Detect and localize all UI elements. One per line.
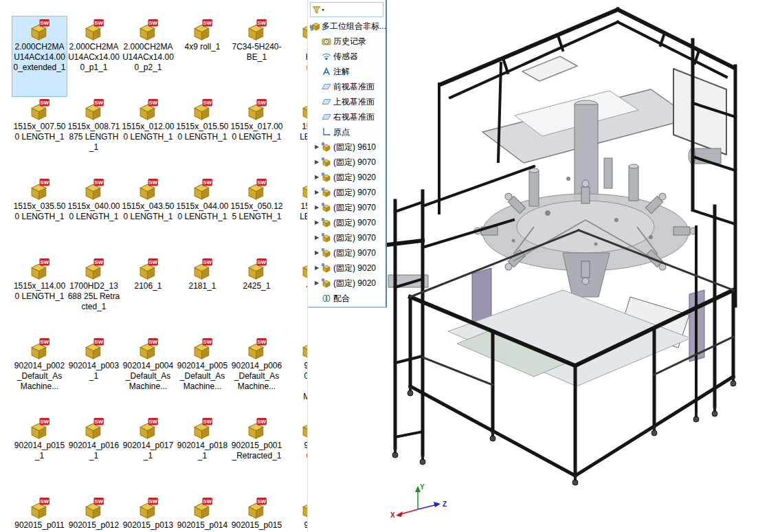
file-item[interactable]: 902: [284, 495, 308, 532]
file-item[interactable]: 902014_p017_1: [121, 415, 175, 495]
feature-tree-item[interactable]: ▶ 原点: [308, 124, 386, 140]
solidworks-part-icon: [245, 337, 268, 359]
expand-arrow-icon[interactable]: ▶: [315, 215, 322, 230]
file-item[interactable]: 902015_p014_1: [175, 495, 230, 532]
expand-arrow-icon[interactable]: ▶: [315, 155, 322, 170]
file-item[interactable]: 902014_p002_Default_As Machine...: [12, 335, 67, 415]
feature-tree-item[interactable]: ▶ (固定) 9070: [308, 245, 386, 261]
feature-tree-item[interactable]: ▶ (固定) 9070: [308, 200, 386, 215]
feature-tree-item[interactable]: ▶ (固定) 9070: [308, 185, 386, 200]
expand-arrow-icon[interactable]: ▶: [315, 170, 322, 185]
file-item-label: 902015_p013_Defau: [122, 520, 175, 532]
file-item[interactable]: 7C34-5H240-BE_1: [230, 16, 284, 96]
file-item[interactable]: 1515x_050.125 LENGTH_1: [230, 176, 284, 256]
expand-arrow-icon[interactable]: ▶: [315, 245, 322, 261]
filter-dropdown-caret-icon[interactable]: ▾: [322, 7, 324, 13]
feature-tree-item[interactable]: ▶ (固定) 9020: [308, 261, 386, 276]
tree-item-icon: [322, 82, 331, 91]
file-item[interactable]: 902 007 lt. Mac: [284, 335, 308, 415]
feature-tree-item[interactable]: ▶ (固定) 9020: [308, 276, 386, 291]
file-item[interactable]: 2.000CH2MAU14ACx14.000_extended_1: [12, 16, 67, 96]
feature-tree-item[interactable]: ▶ 配合: [308, 291, 386, 306]
tree-item-icon: [322, 293, 331, 303]
feature-manager-panel: ▾ 多工位组合非标... ▶ 历史记录 ▶: [308, 0, 387, 308]
file-item[interactable]: 902014_p004_Default_As Machine...: [121, 335, 175, 415]
file-item[interactable]: 1515x_044.000 LENGTH_1: [175, 176, 230, 256]
feature-tree: ▶ 历史记录 ▶ 传感器 ▶: [308, 34, 386, 306]
file-item[interactable]: 2.000CH2MAU14ACx14.000_p1_1: [67, 16, 121, 96]
feature-tree-item[interactable]: ▶ (固定) 9020: [308, 170, 386, 185]
file-item[interactable]: 1515x_015.500 LENGTH_1: [175, 96, 230, 176]
file-item-label: 902 007 lt. Mac: [303, 361, 308, 402]
feature-tree-item[interactable]: ▶ 上视基准面: [308, 94, 386, 109]
tree-item-icon: [322, 142, 331, 152]
solidworks-part-icon: [245, 18, 268, 41]
tree-root-assembly[interactable]: 多工位组合非标...: [308, 19, 386, 34]
file-item[interactable]: 1515x_040.000 LENGTH_1: [67, 176, 121, 256]
tree-filter-input[interactable]: [326, 5, 381, 14]
file-item[interactable]: 1700HD2_13688 25L Retracted_1: [67, 256, 121, 335]
file-item[interactable]: 902014_p005_Default_As Machine...: [175, 335, 230, 415]
file-item[interactable]: 1515x_017.000 LENGTH_1: [230, 96, 284, 176]
expand-arrow-icon[interactable]: ▶: [315, 261, 322, 276]
file-item[interactable]: 902015_p015_1: [230, 495, 284, 532]
file-explorer-panel[interactable]: 2.000CH2MAU14ACx14.000_extended_1 2.000C…: [0, 0, 308, 532]
solidworks-part-icon: [82, 417, 105, 439]
feature-tree-item[interactable]: ▶ 历史记录: [308, 34, 386, 49]
file-item[interactable]: 1515x_007.500 LENGTH_1: [12, 96, 67, 176]
tree-item-label: (固定) 9020: [333, 172, 376, 184]
file-item-label: 902014_p016_1: [67, 441, 120, 461]
expand-arrow-icon[interactable]: ▶: [315, 230, 322, 245]
file-item-label: 902015_p012_Defau: [67, 520, 120, 532]
expand-arrow-icon[interactable]: ▶: [315, 276, 322, 291]
expand-arrow-icon[interactable]: ▶: [315, 140, 322, 155]
file-item[interactable]: 41: [284, 256, 308, 335]
file-item[interactable]: 902015_p011_Defau: [12, 495, 67, 532]
feature-tree-item[interactable]: ▶ (固定) 9070: [308, 230, 386, 245]
feature-tree-item[interactable]: ▶ 前视基准面: [308, 79, 386, 94]
solidworks-part-icon: [191, 417, 214, 439]
solidworks-part-icon: [300, 18, 308, 41]
file-item-label: 2106_1: [134, 281, 161, 291]
file-item[interactable]: 902015_p013_Defau: [121, 495, 175, 532]
tree-item-label: (固定) 9070: [333, 217, 376, 229]
file-item[interactable]: 902014_p016_1: [67, 415, 121, 495]
feature-tree-item[interactable]: ▶ 注解: [308, 64, 386, 79]
file-item[interactable]: 1515x_043.500 LENGTH_1: [121, 176, 175, 256]
file-item[interactable]: 12 He nu: [284, 16, 308, 96]
file-item[interactable]: 2425_1: [230, 256, 284, 335]
tree-item-icon: [322, 36, 331, 46]
file-item[interactable]: 1515x_008.71875 LENGTH_1: [67, 96, 121, 176]
file-item-label: 4x9 roll_1: [184, 42, 220, 52]
file-item[interactable]: 902014_p003_1: [67, 335, 121, 415]
solidworks-part-icon: [82, 496, 105, 519]
solidworks-part-icon: [300, 177, 308, 200]
solidworks-part-icon: [137, 337, 159, 359]
expand-arrow-icon[interactable]: ▶: [315, 200, 322, 215]
file-item[interactable]: 1515x_012.000 LENGTH_1: [121, 96, 175, 176]
file-item[interactable]: 2181_1: [175, 256, 230, 335]
solidworks-part-icon: [300, 98, 308, 120]
file-item[interactable]: 902014_p018_1: [175, 415, 230, 495]
solidworks-part-icon: [191, 337, 214, 359]
file-item[interactable]: 1515. LENG: [284, 176, 308, 256]
feature-tree-item[interactable]: ▶ (固定) 9610: [308, 140, 386, 155]
file-item[interactable]: 902014_p015_1: [12, 415, 67, 495]
file-item[interactable]: 902015_p012_Defau: [67, 495, 121, 532]
feature-tree-item[interactable]: ▶ 传感器: [308, 49, 386, 64]
file-item[interactable]: 2.000CH2MAU14ACx14.000_p2_1: [121, 16, 175, 96]
feature-tree-item[interactable]: ▶ (固定) 9070: [308, 155, 386, 170]
file-item[interactable]: 1515x_035.500 LENGTH_1: [12, 176, 67, 256]
expand-arrow-icon[interactable]: ▶: [315, 185, 322, 200]
file-item[interactable]: 1515x_114.000 LENGTH_1: [12, 256, 67, 335]
feature-tree-item[interactable]: ▶ (固定) 9070: [308, 215, 386, 230]
file-item[interactable]: 2106_1: [121, 256, 175, 335]
file-item[interactable]: 902 00: [284, 415, 308, 495]
file-item[interactable]: 1515 LENG: [284, 96, 308, 176]
filter-funnel-icon[interactable]: [312, 5, 321, 14]
file-item[interactable]: 902015_p001_Retracted_1: [230, 415, 284, 495]
file-item[interactable]: 4x9 roll_1: [175, 16, 230, 96]
tree-item-icon: [322, 112, 331, 122]
file-item[interactable]: 902014_p006_Default_As Machine...: [230, 335, 284, 415]
feature-tree-item[interactable]: ▶ 右视基准面: [308, 109, 386, 124]
